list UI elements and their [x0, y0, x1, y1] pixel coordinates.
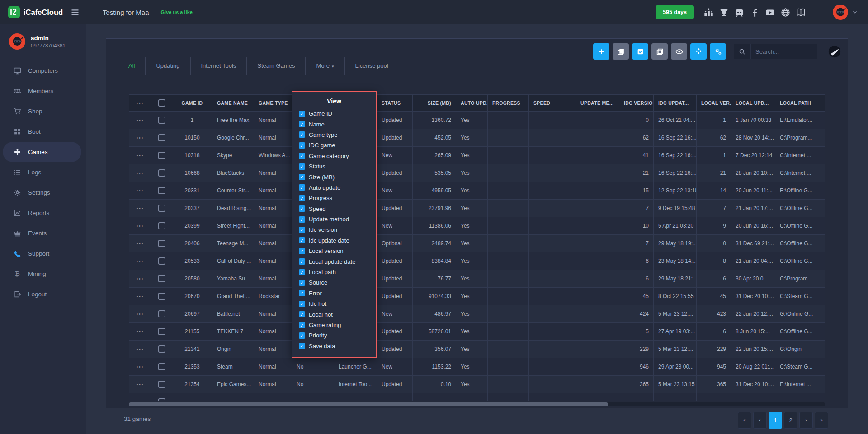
view-option-game-rating[interactable]: ✓Game rating	[292, 320, 376, 330]
row-actions-icon[interactable]: •••	[137, 188, 144, 193]
view-option-priority[interactable]: ✓Priority	[292, 330, 376, 341]
sidebar-item-logout[interactable]: Logout	[0, 284, 86, 304]
select-all-checkbox[interactable]	[158, 99, 165, 107]
checkbox-checked-icon[interactable]: ✓	[299, 216, 305, 223]
row-checkbox[interactable]	[158, 222, 165, 229]
sidebar-item-reports[interactable]: Reports	[0, 203, 86, 223]
view-option-source[interactable]: ✓Source	[292, 277, 376, 288]
add-button[interactable]	[593, 43, 609, 60]
checkbox-checked-icon[interactable]: ✓	[299, 111, 305, 117]
row-actions-icon[interactable]: •••	[137, 101, 144, 106]
checkbox-checked-icon[interactable]: ✓	[299, 121, 305, 127]
tab-internet-tools[interactable]: Internet Tools	[191, 57, 247, 75]
view-option-game-type[interactable]: ✓Game type	[292, 130, 376, 140]
page-[interactable]: »	[815, 412, 828, 429]
row-checkbox[interactable]	[158, 293, 165, 300]
row-checkbox[interactable]	[158, 345, 165, 353]
sidebar-item-events[interactable]: Events	[0, 223, 86, 243]
view-option-idc-version[interactable]: ✓Idc version	[292, 224, 376, 235]
sidebar-item-members[interactable]: Members	[0, 81, 86, 101]
checkbox-checked-icon[interactable]: ✓	[299, 184, 305, 191]
row-checkbox[interactable]	[158, 275, 165, 282]
sidebar-item-boot[interactable]: Boot	[0, 121, 86, 142]
row-checkbox[interactable]	[158, 398, 165, 401]
tab-license-pool[interactable]: License pool	[345, 57, 399, 75]
row-checkbox[interactable]	[158, 152, 165, 159]
globe-link[interactable]	[781, 8, 790, 17]
sidebar-item-computers[interactable]: Computers	[0, 61, 86, 81]
row-checkbox[interactable]	[158, 169, 165, 177]
tab-more[interactable]: More▾	[306, 57, 344, 75]
sidebar-item-settings[interactable]: Settings	[0, 182, 86, 203]
view-option-game-category[interactable]: ✓Game category	[292, 151, 376, 161]
row-actions-icon[interactable]: •••	[137, 224, 144, 229]
duplicate-button[interactable]	[651, 43, 668, 60]
sidebar-item-support[interactable]: Support	[0, 243, 86, 264]
checkbox-checked-icon[interactable]: ✓	[299, 237, 305, 243]
page-1[interactable]: 1	[769, 412, 782, 429]
view-option-status[interactable]: ✓Status	[292, 161, 376, 172]
copy-button[interactable]	[613, 43, 629, 60]
checkbox-checked-icon[interactable]: ✓	[299, 131, 305, 138]
view-option-game-id[interactable]: ✓Game ID	[292, 108, 376, 119]
user-profile[interactable]: admin 097778704381	[0, 24, 86, 61]
view-option-speed[interactable]: ✓Speed	[292, 204, 376, 214]
row-actions-icon[interactable]: •••	[137, 329, 144, 334]
view-option-local-version[interactable]: ✓Local version	[292, 246, 376, 256]
view-option-error[interactable]: ✓Error	[292, 288, 376, 299]
view-columns-button[interactable]	[671, 43, 687, 60]
checkbox-checked-icon[interactable]: ✓	[299, 301, 305, 307]
account-menu[interactable]	[833, 5, 858, 20]
row-actions-icon[interactable]: •••	[137, 276, 144, 281]
subscription-days-badge[interactable]: 595 days	[656, 5, 694, 19]
row-actions-icon[interactable]: •••	[137, 312, 144, 317]
page-[interactable]: ‹	[753, 412, 767, 429]
row-actions-icon[interactable]: •••	[137, 364, 144, 369]
page-2[interactable]: 2	[784, 412, 797, 429]
row-actions-icon[interactable]: •••	[137, 294, 144, 299]
row-checkbox[interactable]	[158, 240, 165, 247]
horizontal-scrollbar[interactable]	[129, 402, 825, 406]
globe-float-icon[interactable]	[828, 45, 841, 58]
hamburger-menu-icon[interactable]	[71, 8, 80, 17]
row-actions-icon[interactable]: •••	[137, 347, 144, 352]
checkbox-checked-icon[interactable]: ✓	[299, 195, 305, 201]
trophy-link[interactable]	[719, 8, 729, 17]
row-actions-icon[interactable]: •••	[137, 259, 144, 264]
row-checkbox[interactable]	[158, 205, 165, 212]
row-actions-icon[interactable]: •••	[137, 382, 144, 387]
tab-steam-games[interactable]: Steam Games	[247, 57, 306, 75]
view-option-idc-hot[interactable]: ✓Idc hot	[292, 299, 376, 309]
row-checkbox[interactable]	[158, 134, 165, 141]
checkbox-checked-icon[interactable]: ✓	[299, 332, 305, 339]
sidebar-item-mining[interactable]: ₿Mining	[0, 264, 86, 284]
page-[interactable]: «	[738, 412, 751, 429]
row-checkbox[interactable]	[158, 310, 165, 317]
book-link[interactable]	[796, 8, 806, 17]
sidebar-item-games[interactable]: Games	[3, 142, 81, 162]
categories-button[interactable]	[690, 43, 707, 60]
checkbox-checked-icon[interactable]: ✓	[299, 343, 305, 349]
row-actions-icon[interactable]: •••	[137, 153, 144, 158]
checkbox-checked-icon[interactable]: ✓	[299, 322, 305, 328]
youtube-link[interactable]	[765, 8, 775, 17]
sidebar-item-shop[interactable]: Shop	[0, 101, 86, 121]
row-actions-icon[interactable]: •••	[137, 206, 144, 211]
view-option-local-hot[interactable]: ✓Local hot	[292, 309, 376, 319]
checkbox-checked-icon[interactable]: ✓	[299, 248, 305, 254]
tab-all[interactable]: All	[118, 57, 146, 75]
checkbox-checked-icon[interactable]: ✓	[299, 153, 305, 159]
view-option-idc-update-date[interactable]: ✓Idc update date	[292, 235, 376, 246]
page-[interactable]: ›	[799, 412, 813, 429]
sidebar-item-logs[interactable]: Logs	[0, 162, 86, 182]
checkbox-checked-icon[interactable]: ✓	[299, 290, 305, 296]
row-actions-icon[interactable]: •••	[137, 400, 144, 401]
view-option-save-data[interactable]: ✓Save data	[292, 341, 376, 351]
checkbox-checked-icon[interactable]: ✓	[299, 205, 305, 212]
discord-link[interactable]	[735, 8, 744, 17]
view-option-name[interactable]: ✓Name	[292, 119, 376, 129]
scrollbar-thumb[interactable]	[129, 402, 608, 406]
checkbox-checked-icon[interactable]: ✓	[299, 142, 305, 149]
row-checkbox[interactable]	[158, 117, 165, 124]
checkbox-checked-icon[interactable]: ✓	[299, 174, 305, 180]
